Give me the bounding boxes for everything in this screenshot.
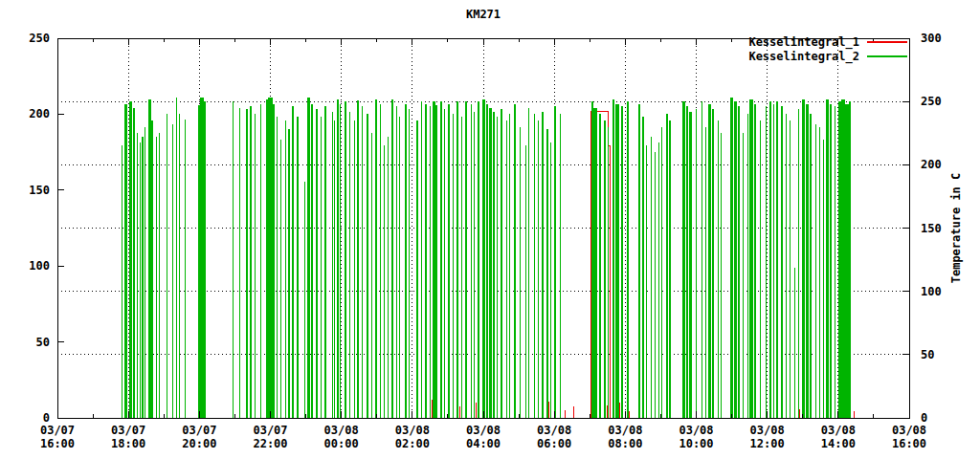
x-tick-label-date: 03/08 <box>892 424 926 437</box>
y-right-tick-label: 150 <box>921 222 942 235</box>
legend-line-sample <box>867 41 907 43</box>
x-tick-label-date: 03/07 <box>40 424 75 437</box>
plot-area: 03/0716:0003/0718:0003/0720:0003/0722:00… <box>0 0 980 459</box>
x-tick-label-time: 06:00 <box>537 437 571 450</box>
y-left-tick-label: 50 <box>36 336 50 349</box>
y-right-tick-label: 200 <box>921 158 942 171</box>
x-tick-label-time: 18:00 <box>111 437 145 450</box>
x-tick-label-date: 03/07 <box>253 424 287 437</box>
y-left-tick-label: 150 <box>29 184 50 197</box>
legend-item-kesselintegral-1: Kesselintegral_1 <box>748 36 907 48</box>
x-tick-label-date: 03/08 <box>466 424 501 437</box>
legend-line-sample <box>867 55 907 57</box>
x-tick-label-date: 03/08 <box>324 424 359 437</box>
x-tick-label-time: 14:00 <box>821 437 856 450</box>
x-tick-label-date: 03/07 <box>182 424 216 437</box>
y-right-tick-label: 250 <box>921 95 942 108</box>
x-tick-label-time: 16:00 <box>40 437 75 450</box>
legend-item-kesselintegral-2: Kesselintegral_2 <box>748 51 907 62</box>
x-tick-label-time: 12:00 <box>750 437 785 450</box>
km271-chart: KM271 03/0716:0003/0718:0003/0720:0003/0… <box>0 0 980 459</box>
y-right-tick-label: 300 <box>921 32 942 45</box>
legend-label: Kesselintegral_1 <box>748 36 859 48</box>
x-tick-label-date: 03/08 <box>395 424 430 437</box>
y-right-tick-label: 50 <box>921 348 934 361</box>
x-tick-label-time: 08:00 <box>608 437 642 450</box>
y-right-axis-title: Temperature in C <box>949 173 963 284</box>
x-tick-label-time: 10:00 <box>679 437 713 450</box>
x-tick-label-date: 03/08 <box>537 424 571 437</box>
y-left-tick-label: 200 <box>29 107 50 120</box>
x-tick-label-date: 03/08 <box>679 424 713 437</box>
y-right-tick-label: 0 <box>921 411 927 425</box>
legend: Kesselintegral_1 Kesselintegral_2 <box>0 36 907 62</box>
x-tick-label-time: 22:00 <box>253 437 287 450</box>
x-tick-label-time: 00:00 <box>324 437 359 450</box>
x-tick-label-date: 03/08 <box>750 424 785 437</box>
x-tick-label-time: 04:00 <box>466 437 501 450</box>
x-tick-label-date: 03/08 <box>608 424 642 437</box>
x-tick-label-time: 16:00 <box>892 437 926 450</box>
y-left-tick-label: 100 <box>29 259 50 273</box>
y-right-tick-label: 100 <box>921 285 942 298</box>
y-left-tick-label: 0 <box>43 411 50 425</box>
x-tick-label-date: 03/07 <box>111 424 145 437</box>
legend-label: Kesselintegral_2 <box>748 51 859 62</box>
x-tick-label-time: 02:00 <box>395 437 430 450</box>
x-tick-label-time: 20:00 <box>182 437 216 450</box>
x-tick-label-date: 03/08 <box>821 424 856 437</box>
